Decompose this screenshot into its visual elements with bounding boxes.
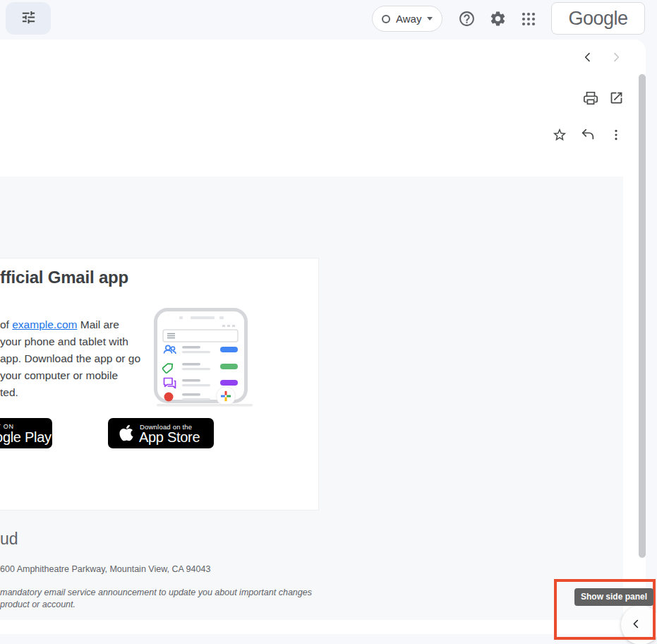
appstore-badge-main-text: App Store [139, 429, 200, 446]
status-selector[interactable]: Away [372, 6, 442, 32]
body-line: app. Download the app or go [0, 350, 140, 367]
search-options-button[interactable] [6, 2, 51, 35]
status-label: Away [396, 13, 421, 25]
topbar: Away Google [0, 0, 657, 40]
star-outline-icon [552, 127, 567, 145]
body-line: ted. [0, 384, 140, 401]
apps-grid-button[interactable] [518, 9, 539, 30]
help-icon [458, 10, 476, 30]
google-logo-text: Google [568, 8, 627, 30]
body-line: of example.com Mail are [0, 316, 140, 333]
apps-grid-icon [520, 11, 537, 30]
printer-icon [583, 90, 598, 108]
older-email-button[interactable] [602, 44, 630, 72]
disclaimer-line: product or account. [0, 599, 312, 611]
status-circle-icon [382, 15, 390, 23]
google-play-badge[interactable]: GET IT ON Google Play [0, 418, 52, 448]
chevron-left-icon [582, 52, 593, 65]
page: Away Google [0, 0, 657, 644]
disclaimer-text: mandatory email service announcement to … [0, 587, 312, 611]
disclaimer-line: mandatory email service announcement to … [0, 587, 312, 599]
body-line: your phone and tablet with [0, 333, 140, 350]
email-body: fficial Gmail app of example.com Mail ar… [0, 177, 623, 620]
open-in-new-button[interactable] [602, 85, 630, 113]
side-panel-tooltip: Show side panel [574, 588, 653, 606]
phone-illustration [154, 308, 253, 408]
reply-arrow-icon [580, 127, 596, 145]
tune-icon [20, 9, 37, 28]
settings-button[interactable] [487, 9, 508, 30]
help-button[interactable] [456, 9, 477, 30]
scrollbar-thumb[interactable] [639, 74, 646, 558]
chevron-right-icon [610, 52, 622, 65]
star-button[interactable] [546, 121, 574, 150]
google-logo[interactable]: Google [551, 2, 645, 35]
more-options-button[interactable] [602, 121, 630, 150]
example-link[interactable]: example.com [12, 318, 77, 330]
sender-address: 600 Amphitheatre Parkway, Mountain View,… [0, 564, 210, 574]
apple-icon [119, 424, 134, 445]
email-heading: fficial Gmail app [0, 268, 128, 287]
body-line: your computer or mobile [0, 367, 140, 384]
email-card: fficial Gmail app of example.com Mail ar… [0, 40, 646, 634]
play-badge-main-text: Google Play [0, 429, 52, 446]
reply-button[interactable] [574, 121, 602, 150]
gear-icon [489, 10, 507, 30]
sender-brand: ud [0, 530, 18, 549]
vertical-dots-icon [609, 128, 623, 144]
chevron-left-icon [631, 619, 641, 631]
app-store-badge[interactable]: Download on the App Store [108, 418, 214, 448]
print-button[interactable] [577, 85, 605, 113]
open-in-new-icon [609, 90, 624, 107]
email-body-text: of example.com Mail are your phone and t… [0, 316, 140, 401]
show-side-panel-button[interactable] [621, 605, 657, 644]
caret-down-icon [427, 17, 433, 20]
newer-email-button[interactable] [574, 44, 602, 72]
